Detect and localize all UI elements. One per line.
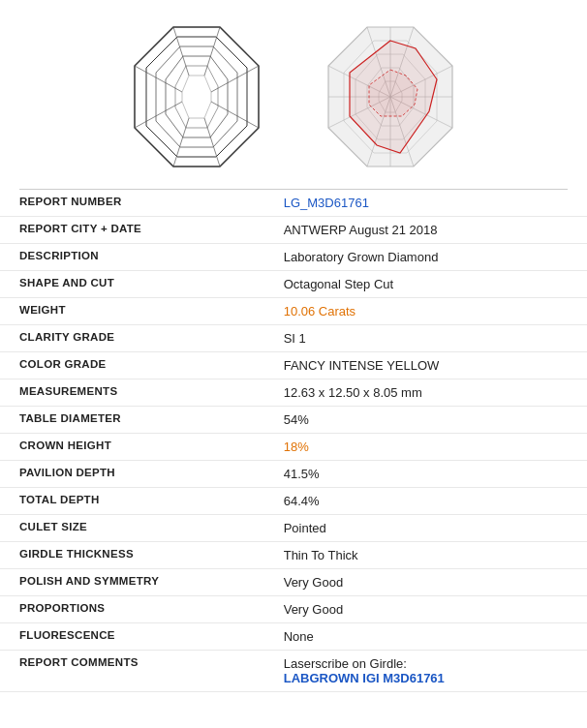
- table-row: POLISH AND SYMMETRYVery Good: [0, 569, 587, 596]
- field-label: MEASUREMENTS: [0, 379, 264, 407]
- table-row: SHAPE AND CUTOctagonal Step Cut: [0, 271, 587, 298]
- field-value: FANCY INTENSE YELLOW: [264, 352, 587, 379]
- field-value: 10.06 Carats: [264, 298, 587, 325]
- field-label: PAVILION DEPTH: [0, 461, 264, 488]
- svg-marker-3: [166, 56, 228, 137]
- table-row: DESCRIPTIONLaboratory Grown Diamond: [0, 244, 587, 271]
- table-row: REPORT NUMBERLG_M3D61761: [0, 190, 587, 217]
- field-value: 41.5%: [264, 461, 587, 488]
- field-value: None: [264, 623, 587, 651]
- field-value: 54%: [264, 407, 587, 434]
- report-data-table: REPORT NUMBERLG_M3D61761REPORT CITY + DA…: [0, 190, 587, 692]
- field-label: WEIGHT: [0, 298, 264, 325]
- svg-marker-1: [146, 37, 247, 157]
- field-value: Pointed: [264, 515, 587, 542]
- field-label: CULET SIZE: [0, 515, 264, 542]
- table-row: REPORT COMMENTSLaserscribe on Girdle:LAB…: [0, 651, 587, 692]
- table-row: TABLE DIAMETER54%: [0, 407, 587, 434]
- field-label: CROWN HEIGHT: [0, 434, 264, 461]
- field-label: REPORT CITY + DATE: [0, 217, 264, 244]
- table-row: CULET SIZEPointed: [0, 515, 587, 542]
- table-row: PAVILION DEPTH41.5%: [0, 461, 587, 488]
- table-row: WEIGHT10.06 Carats: [0, 298, 587, 325]
- field-value: 12.63 x 12.50 x 8.05 mm: [264, 379, 587, 407]
- field-label: REPORT COMMENTS: [0, 651, 264, 692]
- field-value: Very Good: [264, 569, 587, 596]
- table-row: TOTAL DEPTH64.4%: [0, 488, 587, 515]
- table-row: PROPORTIONSVery Good: [0, 596, 587, 623]
- table-row: MEASUREMENTS12.63 x 12.50 x 8.05 mm: [0, 379, 587, 407]
- field-value: Octagonal Step Cut: [264, 271, 587, 298]
- field-value: Laboratory Grown Diamond: [264, 244, 587, 271]
- field-value: Laserscribe on Girdle:LABGROWN IGI M3D61…: [264, 651, 587, 692]
- field-label: REPORT NUMBER: [0, 190, 264, 217]
- table-row: CROWN HEIGHT18%: [0, 434, 587, 461]
- field-label: TABLE DIAMETER: [0, 407, 264, 434]
- field-label: TOTAL DEPTH: [0, 488, 264, 515]
- field-label: DESCRIPTION: [0, 244, 264, 271]
- field-value: LG_M3D61761: [264, 190, 587, 217]
- diagram-section: [0, 0, 587, 189]
- field-value: ANTWERP August 21 2018: [264, 217, 587, 244]
- table-row: CLARITY GRADESI 1: [0, 325, 587, 352]
- table-row: COLOR GRADEFANCY INTENSE YELLOW: [0, 352, 587, 379]
- field-value: 18%: [264, 434, 587, 461]
- svg-marker-4: [175, 66, 218, 128]
- field-value: Very Good: [264, 596, 587, 623]
- table-row: FLUORESCENCENone: [0, 623, 587, 651]
- field-label: POLISH AND SYMMETRY: [0, 569, 264, 596]
- svg-marker-5: [182, 76, 211, 118]
- field-label: FLUORESCENCE: [0, 623, 264, 651]
- field-value: SI 1: [264, 325, 587, 352]
- field-label: CLARITY GRADE: [0, 325, 264, 352]
- svg-marker-2: [156, 46, 237, 147]
- field-value: Thin To Thick: [264, 542, 587, 569]
- diamond-radar-right: [313, 19, 468, 174]
- svg-marker-0: [135, 27, 259, 167]
- field-label: GIRDLE THICKNESS: [0, 542, 264, 569]
- field-label: COLOR GRADE: [0, 352, 264, 379]
- table-row: GIRDLE THICKNESSThin To Thick: [0, 542, 587, 569]
- field-value: 64.4%: [264, 488, 587, 515]
- field-label: PROPORTIONS: [0, 596, 264, 623]
- table-row: REPORT CITY + DATEANTWERP August 21 2018: [0, 217, 587, 244]
- field-label: SHAPE AND CUT: [0, 271, 264, 298]
- diamond-outline-left: [119, 19, 274, 174]
